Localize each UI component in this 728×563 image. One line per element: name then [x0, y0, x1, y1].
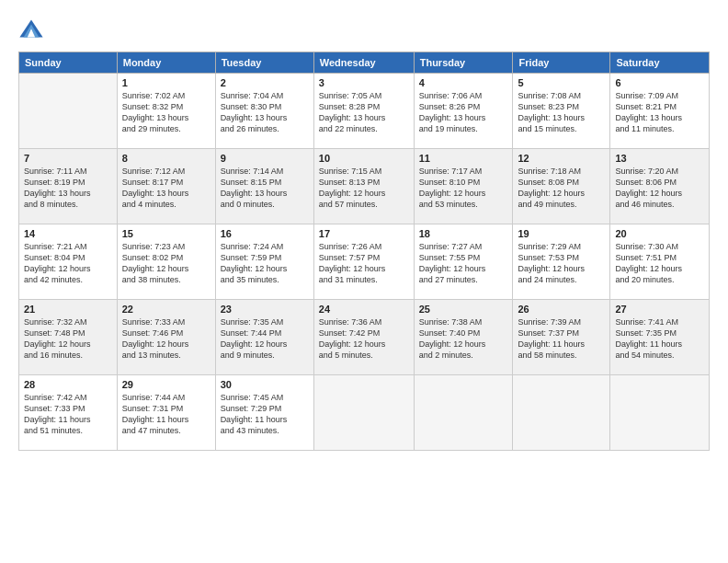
calendar-day-cell: 5Sunrise: 7:08 AM Sunset: 8:23 PM Daylig… [513, 74, 610, 149]
day-number: 6 [615, 77, 704, 88]
day-info: Sunrise: 7:12 AM Sunset: 8:17 PM Dayligh… [122, 166, 210, 211]
page: SundayMondayTuesdayWednesdayThursdayFrid… [0, 0, 728, 563]
day-number: 4 [419, 77, 508, 88]
calendar-week-row: 1Sunrise: 7:02 AM Sunset: 8:32 PM Daylig… [19, 74, 710, 149]
day-info: Sunrise: 7:35 AM Sunset: 7:44 PM Dayligh… [221, 316, 309, 362]
day-number: 7 [24, 153, 112, 164]
calendar-week-row: 14Sunrise: 7:21 AM Sunset: 8:04 PM Dayli… [19, 224, 710, 300]
day-info: Sunrise: 7:18 AM Sunset: 8:08 PM Dayligh… [518, 166, 605, 211]
calendar-day-cell: 3Sunrise: 7:05 AM Sunset: 8:28 PM Daylig… [313, 74, 414, 149]
header-row: SundayMondayTuesdayWednesdayThursdayFrid… [19, 52, 710, 74]
day-number: 19 [518, 228, 605, 239]
day-number: 1 [122, 77, 210, 88]
weekday-header: Tuesday [215, 52, 313, 74]
day-number: 12 [518, 153, 605, 164]
day-info: Sunrise: 7:21 AM Sunset: 8:04 PM Dayligh… [24, 241, 112, 286]
day-info: Sunrise: 7:44 AM Sunset: 7:31 PM Dayligh… [122, 392, 210, 437]
day-info: Sunrise: 7:11 AM Sunset: 8:19 PM Dayligh… [24, 166, 112, 211]
day-number: 22 [122, 304, 210, 315]
day-number: 21 [24, 304, 112, 315]
calendar-day-cell [414, 375, 513, 451]
day-number: 3 [319, 77, 409, 88]
logo-icon [18, 17, 44, 42]
calendar-day-cell: 29Sunrise: 7:44 AM Sunset: 7:31 PM Dayli… [117, 375, 215, 451]
weekday-header: Monday [117, 52, 215, 74]
calendar-day-cell: 16Sunrise: 7:24 AM Sunset: 7:59 PM Dayli… [215, 224, 313, 300]
day-number: 24 [319, 304, 409, 315]
calendar: SundayMondayTuesdayWednesdayThursdayFrid… [18, 52, 710, 451]
day-info: Sunrise: 7:45 AM Sunset: 7:29 PM Dayligh… [221, 392, 309, 437]
calendar-week-row: 21Sunrise: 7:32 AM Sunset: 7:48 PM Dayli… [19, 300, 710, 375]
calendar-day-cell [19, 74, 118, 149]
calendar-day-cell: 6Sunrise: 7:09 AM Sunset: 8:21 PM Daylig… [610, 74, 710, 149]
day-number: 17 [319, 228, 409, 239]
weekday-header: Friday [513, 52, 610, 74]
day-info: Sunrise: 7:29 AM Sunset: 7:53 PM Dayligh… [518, 241, 605, 286]
calendar-day-cell: 18Sunrise: 7:27 AM Sunset: 7:55 PM Dayli… [414, 224, 513, 300]
weekday-header: Thursday [414, 52, 513, 74]
calendar-day-cell: 4Sunrise: 7:06 AM Sunset: 8:26 PM Daylig… [414, 74, 513, 149]
day-number: 10 [319, 153, 409, 164]
day-number: 15 [122, 228, 210, 239]
weekday-header: Saturday [610, 52, 710, 74]
calendar-day-cell: 28Sunrise: 7:42 AM Sunset: 7:33 PM Dayli… [19, 375, 118, 451]
calendar-day-cell: 26Sunrise: 7:39 AM Sunset: 7:37 PM Dayli… [513, 300, 610, 375]
day-info: Sunrise: 7:17 AM Sunset: 8:10 PM Dayligh… [419, 166, 508, 211]
day-info: Sunrise: 7:23 AM Sunset: 8:02 PM Dayligh… [122, 241, 210, 286]
calendar-day-cell: 12Sunrise: 7:18 AM Sunset: 8:08 PM Dayli… [513, 149, 610, 224]
day-number: 9 [221, 153, 309, 164]
calendar-day-cell: 24Sunrise: 7:36 AM Sunset: 7:42 PM Dayli… [313, 300, 414, 375]
calendar-day-cell: 30Sunrise: 7:45 AM Sunset: 7:29 PM Dayli… [215, 375, 313, 451]
day-number: 8 [122, 153, 210, 164]
day-info: Sunrise: 7:41 AM Sunset: 7:35 PM Dayligh… [615, 316, 704, 362]
calendar-day-cell: 20Sunrise: 7:30 AM Sunset: 7:51 PM Dayli… [610, 224, 710, 300]
day-info: Sunrise: 7:30 AM Sunset: 7:51 PM Dayligh… [615, 241, 704, 286]
header [18, 17, 710, 42]
calendar-day-cell [610, 375, 710, 451]
day-number: 23 [221, 304, 309, 315]
day-number: 25 [419, 304, 508, 315]
calendar-day-cell: 9Sunrise: 7:14 AM Sunset: 8:15 PM Daylig… [215, 149, 313, 224]
day-info: Sunrise: 7:05 AM Sunset: 8:28 PM Dayligh… [319, 90, 409, 135]
day-info: Sunrise: 7:09 AM Sunset: 8:21 PM Dayligh… [615, 90, 704, 135]
calendar-day-cell: 13Sunrise: 7:20 AM Sunset: 8:06 PM Dayli… [610, 149, 710, 224]
day-number: 29 [122, 379, 210, 390]
day-number: 18 [419, 228, 508, 239]
weekday-header: Sunday [19, 52, 118, 74]
day-number: 20 [615, 228, 704, 239]
weekday-header: Wednesday [313, 52, 414, 74]
calendar-day-cell: 27Sunrise: 7:41 AM Sunset: 7:35 PM Dayli… [610, 300, 710, 375]
day-number: 14 [24, 228, 112, 239]
day-number: 13 [615, 153, 704, 164]
logo [18, 17, 48, 42]
calendar-day-cell: 19Sunrise: 7:29 AM Sunset: 7:53 PM Dayli… [513, 224, 610, 300]
calendar-week-row: 7Sunrise: 7:11 AM Sunset: 8:19 PM Daylig… [19, 149, 710, 224]
calendar-day-cell: 7Sunrise: 7:11 AM Sunset: 8:19 PM Daylig… [19, 149, 118, 224]
day-number: 11 [419, 153, 508, 164]
day-info: Sunrise: 7:15 AM Sunset: 8:13 PM Dayligh… [319, 166, 409, 211]
day-info: Sunrise: 7:27 AM Sunset: 7:55 PM Dayligh… [419, 241, 508, 286]
calendar-day-cell: 1Sunrise: 7:02 AM Sunset: 8:32 PM Daylig… [117, 74, 215, 149]
calendar-day-cell: 21Sunrise: 7:32 AM Sunset: 7:48 PM Dayli… [19, 300, 118, 375]
calendar-day-cell: 8Sunrise: 7:12 AM Sunset: 8:17 PM Daylig… [117, 149, 215, 224]
day-info: Sunrise: 7:04 AM Sunset: 8:30 PM Dayligh… [221, 90, 309, 135]
day-number: 16 [221, 228, 309, 239]
day-info: Sunrise: 7:02 AM Sunset: 8:32 PM Dayligh… [122, 90, 210, 135]
calendar-day-cell: 25Sunrise: 7:38 AM Sunset: 7:40 PM Dayli… [414, 300, 513, 375]
day-number: 5 [518, 77, 605, 88]
day-info: Sunrise: 7:39 AM Sunset: 7:37 PM Dayligh… [518, 316, 605, 362]
calendar-day-cell [513, 375, 610, 451]
calendar-day-cell: 23Sunrise: 7:35 AM Sunset: 7:44 PM Dayli… [215, 300, 313, 375]
day-info: Sunrise: 7:33 AM Sunset: 7:46 PM Dayligh… [122, 316, 210, 362]
day-info: Sunrise: 7:08 AM Sunset: 8:23 PM Dayligh… [518, 90, 605, 135]
day-info: Sunrise: 7:42 AM Sunset: 7:33 PM Dayligh… [24, 392, 112, 437]
day-info: Sunrise: 7:38 AM Sunset: 7:40 PM Dayligh… [419, 316, 508, 362]
day-number: 30 [221, 379, 309, 390]
day-info: Sunrise: 7:26 AM Sunset: 7:57 PM Dayligh… [319, 241, 409, 286]
day-info: Sunrise: 7:14 AM Sunset: 8:15 PM Dayligh… [221, 166, 309, 211]
calendar-day-cell: 22Sunrise: 7:33 AM Sunset: 7:46 PM Dayli… [117, 300, 215, 375]
day-number: 27 [615, 304, 704, 315]
calendar-week-row: 28Sunrise: 7:42 AM Sunset: 7:33 PM Dayli… [19, 375, 710, 451]
day-info: Sunrise: 7:06 AM Sunset: 8:26 PM Dayligh… [419, 90, 508, 135]
day-info: Sunrise: 7:24 AM Sunset: 7:59 PM Dayligh… [221, 241, 309, 286]
